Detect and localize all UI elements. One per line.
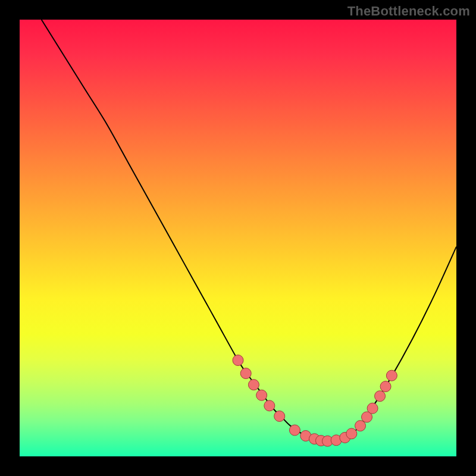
curve-marker [289,425,300,436]
curve-marker [346,428,357,439]
curve-marker [367,403,378,414]
curve-marker [355,421,366,431]
curve-marker [380,381,391,392]
curve-marker [274,411,285,421]
curve-marker [233,355,243,366]
curve-marker [240,368,251,379]
curve-marker [375,391,386,402]
chart-svg [0,0,476,476]
markers-group [233,355,397,447]
curve-marker [256,390,267,400]
curve-marker [264,400,275,411]
curve-marker [386,370,397,381]
curve-marker [248,380,259,390]
